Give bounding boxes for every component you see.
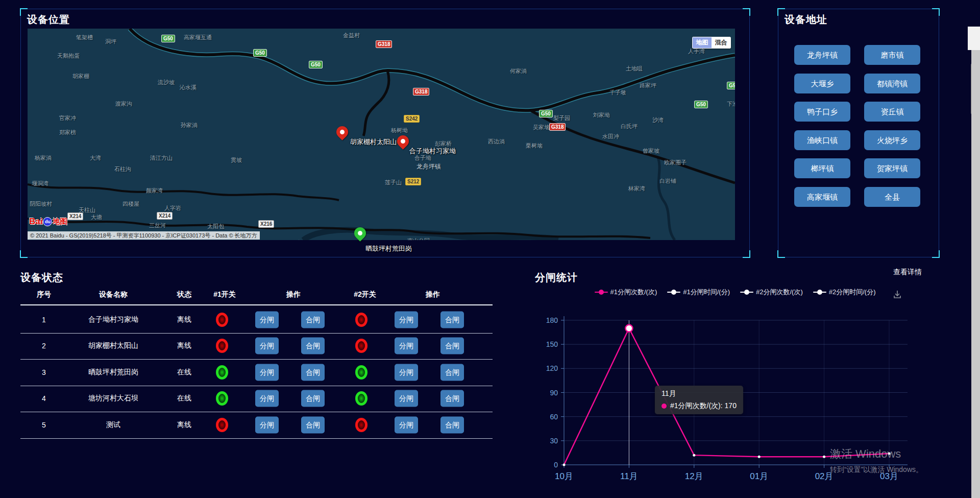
address-button-1[interactable]: 龙舟坪镇 <box>794 45 850 65</box>
legend-dot <box>599 290 604 295</box>
table-row-line <box>20 438 493 439</box>
map-place-label: 孙家淌 <box>181 122 198 129</box>
open-switch1-button[interactable]: 分闸 <box>255 311 279 328</box>
address-button-4[interactable]: 都镇湾镇 <box>864 74 920 93</box>
svg-text:150: 150 <box>546 340 558 348</box>
dashboard: 设备位置 笔架槽洞坪高家堰互通天鹅抱蛋胡家棚流沙坡沁水溪渡家沟官家冲郑家榜杨家淌… <box>0 0 980 498</box>
map-place-label: 邱家山 <box>291 239 308 240</box>
switch2-indicator-green <box>355 391 368 406</box>
device-address-title: 设备地址 <box>785 13 827 27</box>
switch1-indicator-red <box>216 418 228 432</box>
close-switch1-button[interactable]: 合闸 <box>301 390 325 407</box>
map-place-label: 彭家桥 <box>435 140 452 148</box>
map-place-label: 土地咀 <box>626 65 643 73</box>
map-place-label: 杨家淌 <box>35 154 52 162</box>
map-place-label: 沙湾 <box>652 116 664 124</box>
legend-item-0[interactable]: #1分闸次数/(次) <box>595 288 657 297</box>
road-shield-g50: G50 <box>694 101 708 108</box>
baidu-logo: Baidu地图 <box>29 217 67 227</box>
chart-tooltip: 11月 #1分闸次数/(次): 170 <box>655 386 743 414</box>
open-switch2-button[interactable]: 分闸 <box>395 364 418 381</box>
table-header-4: 操作 <box>286 290 301 299</box>
table-header-6: 操作 <box>426 290 440 299</box>
tooltip-series-dot <box>662 404 667 409</box>
open-switch1-button[interactable]: 分闸 <box>255 364 279 381</box>
road-shield-g50: G50 <box>253 49 267 57</box>
close-switch1-button[interactable]: 合闸 <box>301 338 325 354</box>
map-place-label: 金益村 <box>343 32 360 39</box>
close-switch2-button[interactable]: 合闸 <box>440 390 464 407</box>
map-place-label: 南山公园 <box>407 237 430 240</box>
road-shield-g50: G50 <box>727 82 735 89</box>
corner-decoration <box>777 8 785 16</box>
address-button-5[interactable]: 鸭子口乡 <box>794 102 850 122</box>
map-type-map[interactable]: 地图 <box>693 37 712 48</box>
row-index: 2 <box>42 342 46 350</box>
address-button-11[interactable]: 高家堰镇 <box>794 187 850 207</box>
map-place-label: 贯坡 <box>231 156 242 164</box>
table-row-line <box>20 386 493 386</box>
close-switch2-button[interactable]: 合闸 <box>440 338 464 354</box>
close-switch2-button[interactable]: 合闸 <box>440 311 464 328</box>
map-place-label: 石柱沟 <box>114 165 131 173</box>
baidu-map[interactable]: 笔架槽洞坪高家堰互通天鹅抱蛋胡家棚流沙坡沁水溪渡家沟官家冲郑家榜杨家淌大湾清江方… <box>28 29 735 240</box>
map-type-hybrid[interactable]: 混合 <box>712 37 730 48</box>
road-shield-s212: S212 <box>405 178 421 185</box>
open-switch2-button[interactable]: 分闸 <box>395 338 418 354</box>
map-place-label: 人字岩 <box>164 204 181 212</box>
open-switch1-button[interactable]: 分闸 <box>255 390 279 407</box>
table-header-3: #1开关 <box>213 290 236 299</box>
map-place-label: 大塘 <box>91 214 102 221</box>
scrollbar-track[interactable] <box>971 50 980 498</box>
close-switch1-button[interactable]: 合闸 <box>301 364 325 381</box>
address-button-6[interactable]: 资丘镇 <box>864 102 920 122</box>
address-button-7[interactable]: 渔峡口镇 <box>794 130 850 150</box>
legend-marker <box>595 290 608 295</box>
address-button-10[interactable]: 贺家坪镇 <box>864 158 920 178</box>
device-status: 离线 <box>177 341 191 350</box>
map-place-label: 清江方山 <box>150 154 173 162</box>
baidu-paw-icon: du <box>43 217 52 226</box>
svg-text:03月: 03月 <box>880 471 898 481</box>
svg-text:10月: 10月 <box>555 471 573 481</box>
device-status: 在线 <box>177 368 191 377</box>
address-button-8[interactable]: 火烧坪乡 <box>864 130 920 150</box>
road-shield-x214: X214 <box>67 212 83 220</box>
map-place-label: 路家坪 <box>640 82 656 89</box>
scrollbar-top <box>968 27 980 50</box>
legend-item-2[interactable]: #2分闸次数/(次) <box>740 288 803 297</box>
corner-decoration <box>743 8 750 16</box>
open-switch2-button[interactable]: 分闸 <box>395 416 418 433</box>
table-row-line <box>20 412 493 412</box>
table-header-5: #2开关 <box>354 290 376 299</box>
close-switch2-button[interactable]: 合闸 <box>440 364 464 381</box>
map-place-label: 欧家圈子 <box>664 159 687 167</box>
legend-marker <box>813 290 826 295</box>
close-switch1-button[interactable]: 合闸 <box>301 416 325 433</box>
device-name: 合子坳村习家坳 <box>88 315 138 324</box>
map-place-label: 栗树垴 <box>526 142 543 150</box>
legend-item-1[interactable]: #1分闸时间/(分) <box>667 288 730 297</box>
open-switch1-button[interactable]: 分闸 <box>255 416 279 433</box>
address-button-2[interactable]: 磨市镇 <box>864 45 920 65</box>
chart-legend: #1分闸次数/(次)#1分闸时间/(分)#2分闸次数/(次)#2分闸时间/(分) <box>531 288 939 297</box>
svg-text:02月: 02月 <box>815 471 834 481</box>
switch1-indicator-green <box>216 391 228 406</box>
map-attribution: © 2021 Baidu - GS(2019)5218号 - 甲测资字11009… <box>28 231 260 240</box>
view-detail-link[interactable]: 查看详情 <box>893 268 922 277</box>
open-switch2-button[interactable]: 分闸 <box>395 390 418 407</box>
open-switch1-button[interactable]: 分闸 <box>255 338 279 354</box>
map-type-toggle[interactable]: 地图 混合 <box>692 37 731 49</box>
close-switch1-button[interactable]: 合闸 <box>301 311 325 328</box>
map-place-label: 大湾 <box>90 154 101 162</box>
address-button-12[interactable]: 全县 <box>864 187 920 207</box>
open-switch2-button[interactable]: 分闸 <box>395 311 418 328</box>
corner-decoration <box>932 250 940 258</box>
address-button-9[interactable]: 榔坪镇 <box>794 158 850 178</box>
legend-item-3[interactable]: #2分闸时间/(分) <box>813 288 876 297</box>
map-place-label: 刘家坳 <box>593 111 610 119</box>
address-button-3[interactable]: 大堰乡 <box>794 74 850 93</box>
map-place-label: 合子坳 <box>414 154 431 162</box>
close-switch2-button[interactable]: 合闸 <box>440 416 464 433</box>
device-name: 胡家棚村太阳山 <box>88 341 138 350</box>
